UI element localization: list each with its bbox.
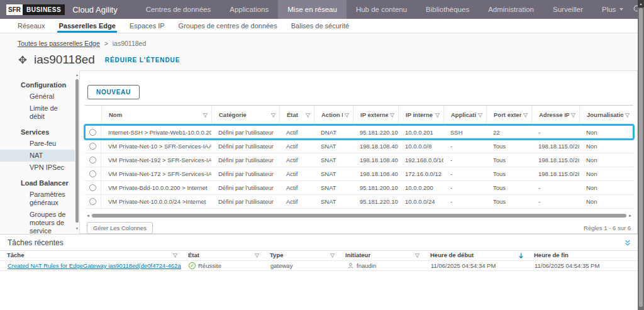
column-header-adresse-ip-de-destination[interactable]: Adresse IP de destination — [531, 106, 579, 125]
nat-cell-ip-externe: 198.18.108.40 — [353, 170, 398, 177]
column-header-action-nat[interactable]: Action NAT — [314, 106, 353, 125]
nat-cell-ip-externe: 198.18.108.40 — [353, 157, 398, 163]
nav-item-mise-en-reseau[interactable]: Mise en réseau — [278, 0, 347, 19]
tab-reseaux[interactable]: Réseaux — [11, 19, 52, 33]
radio-button[interactable] — [89, 170, 96, 177]
column-header-initiateur[interactable]: Initiateur — [338, 251, 423, 260]
filter-icon[interactable] — [305, 113, 311, 118]
breadcrumb-link[interactable]: Toutes les passerelles Edge — [18, 40, 100, 47]
filter-icon[interactable] — [389, 113, 395, 118]
tab-balises-de-securite[interactable]: Balises de sécurité — [284, 19, 356, 33]
nat-rule-row[interactable]: VM Private-Net-192 > SFR-Services-IAASDé… — [85, 153, 633, 167]
row-select-cell[interactable] — [85, 140, 101, 153]
column-header-heure-de-debut[interactable]: Heure de début — [423, 251, 527, 260]
reduce-scope-link[interactable]: RÉDUIRE L'ÉTENDUE — [105, 57, 180, 64]
column-header-type[interactable]: Type — [263, 251, 338, 260]
row-select-cell[interactable] — [85, 195, 101, 208]
filter-icon[interactable] — [414, 253, 420, 258]
filter-icon[interactable] — [270, 113, 276, 118]
scroll-up-arrow-icon[interactable]: ▲ — [75, 73, 79, 77]
nat-cell-port-externe: Tous — [486, 157, 531, 163]
scrollbar-thumb[interactable] — [75, 79, 79, 223]
nat-cell-ip-interne: 10.0.0.0/8 — [398, 143, 443, 150]
filter-icon[interactable] — [523, 113, 528, 118]
row-select-cell[interactable] — [85, 126, 101, 139]
tab-groupes-de-centres-de-donnees[interactable]: Groupes de centres de données — [172, 19, 284, 33]
filter-icon[interactable] — [625, 113, 630, 118]
task-link[interactable]: Created NAT Rules for EdgeGateway ias901… — [8, 262, 181, 269]
column-header-ip-interne[interactable]: IP interne — [398, 106, 443, 125]
radio-button[interactable] — [89, 157, 96, 163]
radio-button[interactable] — [89, 198, 96, 205]
column-header-heure-de-fin[interactable]: Heure de fin — [527, 251, 638, 260]
filter-icon[interactable] — [344, 113, 350, 118]
nat-rule-row[interactable]: Internet-SSH > Private-Web1-10.0.0.201Dé… — [85, 126, 633, 140]
sort-desc-icon[interactable] — [518, 252, 524, 259]
column-header-nom[interactable]: Nom — [101, 106, 211, 125]
nav-item-bibliotheques[interactable]: Bibliothèques — [416, 0, 479, 19]
sidebar-item-vpn-ipsec[interactable]: VPN IPSec — [0, 162, 75, 174]
nav-item-administration[interactable]: Administration — [479, 0, 543, 19]
sidebar-section-configuration: Configuration — [0, 75, 75, 91]
filter-icon[interactable] — [570, 113, 576, 118]
scroll-right-arrow-icon[interactable]: ► — [628, 213, 632, 218]
nat-cell-ip-interne: 10.0.0.0/24 — [398, 198, 443, 205]
nat-cell-application: - — [443, 184, 486, 191]
row-select-cell[interactable] — [85, 181, 101, 194]
table-horizontal-scrollbar[interactable]: ◄ ► — [86, 213, 632, 218]
sidebar-item-groupes-de-moteurs-de-service[interactable]: Groupes de moteurs de service — [0, 209, 75, 234]
sidebar-item-limite-de-debit[interactable]: Limite de débit — [0, 102, 75, 123]
filter-icon[interactable] — [203, 113, 208, 118]
radio-button[interactable] — [89, 184, 96, 191]
radio-button[interactable] — [89, 129, 96, 136]
column-header-journalisation[interactable]: Journalisation — [579, 106, 633, 125]
scroll-up-arrow-icon[interactable]: ▲ — [638, 0, 644, 8]
nat-rule-row[interactable]: VM Private-Net-172 > SFR-Services-IAASDé… — [85, 167, 633, 181]
tab-passerelles-edge[interactable]: Passerelles Edge — [52, 19, 123, 33]
nav-item-applications[interactable]: Applications — [220, 0, 278, 19]
radio-button[interactable] — [89, 143, 96, 150]
nav-item-centres-de-donnees[interactable]: Centres de données — [136, 0, 221, 19]
column-header-tache[interactable]: Tâche — [0, 251, 181, 260]
column-header-etat[interactable]: État — [279, 106, 314, 125]
nat-cell-adresse-ip-de-destination: 198.18.115.0/28 — [531, 157, 579, 163]
column-header-application[interactable]: Application — [443, 106, 486, 125]
new-nat-rule-button[interactable]: NOUVEAU — [87, 85, 140, 99]
sidebar-item-parametres-generaux[interactable]: Paramètres généraux — [0, 189, 75, 209]
row-select-cell[interactable] — [85, 153, 101, 167]
window-scrollbar[interactable]: ▲ — [638, 0, 644, 310]
filter-icon[interactable] — [477, 113, 483, 118]
filter-icon[interactable] — [172, 253, 178, 258]
sidebar-scrollbar[interactable]: ▲ ▼ — [75, 70, 79, 234]
nat-cell-port-externe: Tous — [486, 143, 531, 150]
nat-cell-categorie: Défini par l'utilisateur — [211, 184, 279, 191]
collapse-panel-icon[interactable] — [624, 239, 631, 246]
scroll-left-arrow-icon[interactable]: ◄ — [86, 213, 90, 218]
filter-icon[interactable] — [435, 113, 440, 118]
column-header-label: IP externe — [360, 112, 388, 119]
column-header-etat[interactable]: État — [181, 251, 263, 260]
column-header-port-externe[interactable]: Port externe — [486, 106, 531, 125]
column-header-categorie[interactable]: Catégorie — [211, 106, 279, 125]
sidebar-item-nat[interactable]: NAT — [0, 150, 75, 162]
nat-rule-row[interactable]: VM Private-Net-10 > SFR-Services-IAASDéf… — [85, 140, 633, 153]
nat-cell-categorie: Défini par l'utilisateur — [211, 198, 279, 205]
sidebar-item-general[interactable]: Général — [0, 91, 75, 102]
scrollbar-thumb[interactable] — [92, 214, 626, 218]
column-header-label: État — [287, 112, 304, 119]
scrollbar-thumb[interactable] — [639, 8, 643, 307]
nav-item-surveiller[interactable]: Surveiller — [543, 0, 592, 19]
nav-item-hub-de-contenu[interactable]: Hub de contenu — [347, 0, 416, 19]
scroll-down-arrow-icon[interactable]: ▼ — [75, 226, 79, 230]
row-select-cell[interactable] — [85, 167, 101, 180]
filter-icon[interactable] — [330, 253, 335, 258]
nat-rule-row[interactable]: VM Private-Net-10.0.0.0/24 >InternetDéfi… — [85, 195, 633, 209]
business-logo-text: BUSINESS — [23, 4, 65, 15]
tab-espaces-ip[interactable]: Espaces IP — [123, 19, 172, 33]
manage-columns-button[interactable]: Gérer Les Colonnes — [87, 222, 153, 234]
nav-item-plus[interactable]: Plus — [592, 0, 633, 19]
sidebar-item-pare-feu[interactable]: Pare-feu — [0, 138, 75, 150]
filter-icon[interactable] — [254, 253, 260, 258]
nat-rule-row[interactable]: VM Private-Bdd-10.0.0.200 > InternetDéfi… — [85, 181, 633, 195]
column-header-ip-externe[interactable]: IP externe — [353, 106, 398, 125]
